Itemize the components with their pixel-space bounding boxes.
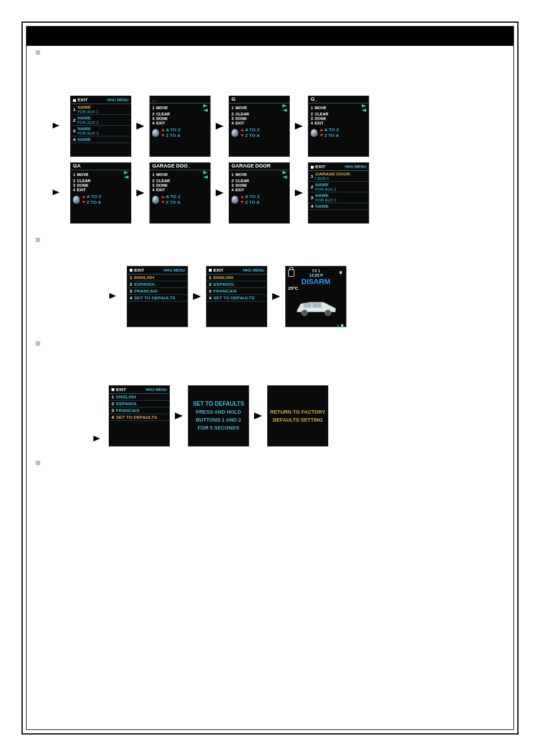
- pointer-icon: [53, 121, 65, 132]
- screen-aux-list: EXITHHU MENU 1NAMEFOR AUX 1 2NAMEFOR AUX…: [71, 96, 131, 156]
- lock-icon: [288, 269, 294, 277]
- screen-defaults-menu: EXITHHU MENU 1ENGLISH 2ESPANOL 3FRANCAIS…: [109, 386, 169, 446]
- exit-body: This exits TX Menu and returns to Main M…: [44, 466, 171, 474]
- pointer-icon: [93, 436, 100, 441]
- lang-title: Transmitter Language Option (English, Sp…: [44, 235, 376, 243]
- arrow-icon: [254, 413, 262, 419]
- bullet-icon: [36, 238, 40, 242]
- screen-defaults-confirm: SET TO DEFAULTS PRESS AND HOLD BUTTONS 1…: [188, 386, 248, 446]
- svg-point-1: [325, 310, 331, 316]
- arrow-icon: [295, 190, 303, 196]
- screen-lang-menu-1: EXITHHU MENU 1ENGLISH 2ESPANOL 3FRANCAIS…: [127, 267, 187, 327]
- screen-char-g-cursor: G_ 1MOVE 2CLEAR 3DONE 4EXIT A TO ZZ TO A: [308, 96, 368, 156]
- screen-defaults-done: RETURN TO FACTORY DEFAULTS SETTING: [268, 386, 328, 446]
- section-aux: Name for Aux 1 ~ Aux 4 As an option, eac…: [36, 48, 504, 223]
- arrow-icon: [136, 123, 144, 130]
- aux-thumb-row1: EXITHHU MENU 1NAMEFOR AUX 1 2NAMEFOR AUX…: [53, 96, 504, 156]
- svg-point-0: [302, 310, 308, 316]
- arrow-icon: [136, 190, 144, 196]
- car-icon: [288, 291, 344, 323]
- bullet-icon: [36, 341, 40, 346]
- arrow-icon: [193, 293, 201, 300]
- exit-title: EXIT: [44, 458, 171, 466]
- lang-body: This selects the language that text will…: [44, 243, 376, 251]
- screen-char-garage-door: GARAGE DOOR 1MOVE 2CLEAR 3DONE 4EXIT A T…: [229, 163, 289, 223]
- lang-thumb-row: EXITHHU MENU 1ENGLISH 2ESPANOL 3FRANCAIS…: [109, 267, 504, 327]
- defaults-title: Set to Defaults: [44, 339, 504, 347]
- screen-char-g: G 1MOVE 2CLEAR 3DONE 4EXIT A TO ZZ TO A: [229, 96, 289, 156]
- defaults-thumb-row: EXITHHU MENU 1ENGLISH 2ESPANOL 3FRANCAIS…: [109, 386, 504, 446]
- pointer-icon: [109, 291, 122, 302]
- section-header: [27, 27, 513, 46]
- svg-rect-2: [304, 303, 311, 308]
- page-footer: Page 19: [27, 717, 513, 724]
- pointer-icon: [53, 187, 65, 199]
- svg-rect-3: [313, 303, 322, 308]
- bullet-icon: [36, 50, 40, 55]
- screen-lang-menu-2: EXITHHU MENU 1ENGLISH 2ESPANOL 3FRANCAIS…: [207, 267, 267, 327]
- arrow-icon: [175, 413, 183, 419]
- bullet-icon: [36, 461, 40, 465]
- section-defaults: Set to Defaults This menu item reverts a…: [36, 339, 504, 446]
- note-icon: ♪: [337, 323, 340, 329]
- section-language: Transmitter Language Option (English, Sp…: [36, 235, 504, 327]
- screen-home: TX 112:35 P DISARM 25°C ♪▮: [286, 267, 346, 327]
- screen-char-blank: _ 1MOVE 2CLEAR 3DONE 4EXIT A TO ZZ TO A: [150, 96, 210, 156]
- aux-thumb-row2: GA 1MOVE 2CLEAR 3DONE 4EXIT A TO ZZ TO A…: [53, 163, 504, 223]
- bell-icon: [338, 270, 344, 276]
- arrow-icon: [295, 123, 303, 130]
- section-exit: EXIT This exits TX Menu and returns to M…: [36, 458, 504, 475]
- aux-body: As an option, each AUX output (1 through…: [44, 56, 504, 80]
- aux-title: Name for Aux 1 ~ Aux 4: [44, 48, 504, 56]
- battery-icon: ▮: [341, 323, 344, 329]
- screen-char-ga: GA 1MOVE 2CLEAR 3DONE 4EXIT A TO ZZ TO A: [71, 163, 131, 223]
- arrow-icon: [216, 123, 224, 130]
- screen-char-garage-doo: GARAGE DOO_ 1MOVE 2CLEAR 3DONE 4EXIT A T…: [150, 163, 210, 223]
- screen-aux-result: EXITHHU MENU 1GARAGE DOOR/ AUX 1 2NAMEFO…: [308, 163, 368, 223]
- arrow-icon: [216, 190, 224, 196]
- defaults-body: This menu item reverts all HHU options b…: [44, 347, 504, 371]
- aux-note: Note: Aux 1 = Button/Output 4 Aux 2 = Bu…: [44, 84, 504, 91]
- arrow-icon: [272, 293, 280, 300]
